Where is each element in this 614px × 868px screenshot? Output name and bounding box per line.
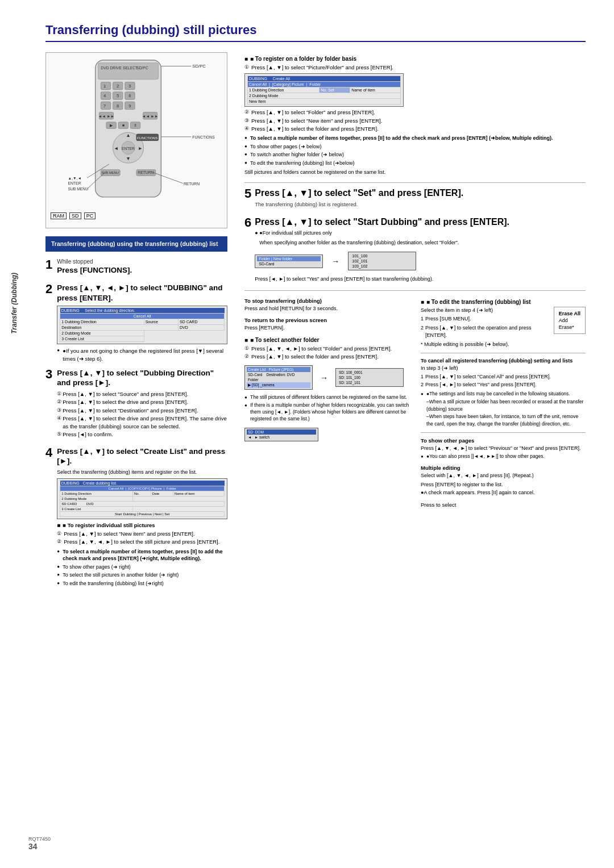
step-3-item-5: Press [◄] to confirm. xyxy=(57,431,227,439)
press-to-select: Press to select xyxy=(421,502,586,508)
step-1: 1 While stopped Press [FUNCTIONS]. xyxy=(45,258,227,278)
svg-rect-0 xyxy=(96,60,161,197)
multiple-editing: Multiple editing Select with [▲, ▼, ◄, ►… xyxy=(421,465,586,497)
step-3-item-3: Press [▲, ▼] to select "Destination" and… xyxy=(57,407,227,415)
fbf-item-2: Press [▲, ▼] to select "Folder" and pres… xyxy=(244,108,586,116)
step-1-content: While stopped Press [FUNCTIONS]. xyxy=(57,258,227,278)
saf-screen-right: SD: 100_0001 SD: 101_100 SD: 102_101 xyxy=(335,368,404,387)
return-desc: Press [RETURN]. xyxy=(244,324,409,332)
show-pages-note: ●You can also press [|◄◄, ►►|] to show o… xyxy=(421,453,586,460)
saf-note-1: The still pictures of different folders … xyxy=(244,394,409,401)
step-3-title: Press [▲, ▼] to select "Dubbing Directio… xyxy=(57,368,227,388)
stop-title: To stop transferring (dubbing) xyxy=(244,298,409,304)
sd-badge: SD xyxy=(69,212,81,219)
svg-text:4: 4 xyxy=(103,93,106,98)
blue-box-heading: Transferring (dubbing) using the transfe… xyxy=(45,236,227,252)
fbf-note-3: To switch another higher folder (➜ below… xyxy=(244,151,586,158)
multi-edit-item-2: ●A check mark appears. Press [II] again … xyxy=(421,489,586,497)
svg-text:◄◄  ►►: ◄◄ ►► xyxy=(142,114,159,118)
saf-screen2-inner: SD DOM ◄ ► switch xyxy=(244,428,318,441)
stop-transferring: To stop transferring (dubbing) Press and… xyxy=(244,298,409,313)
page-number: 34 xyxy=(28,842,51,851)
show-pages-desc: Press [▲, ▼, ◄, ►] to select "Previous" … xyxy=(421,445,586,453)
step-3: 3 Press [▲, ▼] to select "Dubbing Direct… xyxy=(45,368,227,441)
svg-text:◄◄  ►►: ◄◄ ►► xyxy=(98,114,115,118)
step-1-label: While stopped xyxy=(57,258,227,265)
show-other-pages: To show other pages Press [▲, ▼, ◄, ►] t… xyxy=(421,437,586,460)
step-1-title: Press [FUNCTIONS]. xyxy=(57,265,227,276)
step-2-note: ●If you are not going to change the regi… xyxy=(57,347,227,362)
svg-text:SUB MENU: SUB MENU xyxy=(68,187,88,191)
divider-2 xyxy=(244,290,586,291)
remote-svg: DVD DRIVE SELECT SD/PC 1 2 3 4 5 6 xyxy=(51,57,222,211)
step-6: 6 Press [▲, ▼] to select "Start Dubbing"… xyxy=(244,216,586,283)
step-4-content: Press [▲, ▼] to select "Create List" and… xyxy=(57,446,227,587)
svg-text:FUNCTIONS: FUNCTIONS xyxy=(137,136,157,140)
return-title: To return to the previous screen xyxy=(244,317,409,323)
reg-note-2: To show other pages (➜ right) xyxy=(57,564,227,571)
step-6-screen-area: Folder | New folder SD-Card → 101_100 10… xyxy=(255,249,586,273)
svg-text:1: 1 xyxy=(103,84,106,89)
right-column: ■ To register on a folder by folder basi… xyxy=(244,52,586,593)
svg-text:7: 7 xyxy=(103,103,106,108)
saf-screen-left: Create List Picture (JPEG) SD-Card Desti… xyxy=(244,365,313,390)
fbf-item-3: Press [▲, ▼] to select "New item" and pr… xyxy=(244,117,586,125)
step-6-screen-right: 101_100 102_101 103_102 xyxy=(348,252,416,270)
svg-text:►: ► xyxy=(138,145,143,151)
svg-text:SUB MENU: SUB MENU xyxy=(101,171,118,174)
step-1-number: 1 xyxy=(45,258,52,271)
fbf-item-4: Press [▲, ▼] to select the folder and pr… xyxy=(244,125,586,133)
step-2-content: Press [▲, ▼, ◄, ►] to select "DUBBING" a… xyxy=(57,283,227,362)
step-4-number: 4 xyxy=(45,446,52,459)
cancel-item-1: Press [▲, ▼] to select "Cancel All" and … xyxy=(421,373,586,381)
lower-left: To stop transferring (dubbing) Press and… xyxy=(244,295,409,508)
cancel-all-intro: In step 3 (➜ left) xyxy=(421,365,586,373)
saf-item-2: Press [▲, ▼] to select the folder and pr… xyxy=(244,353,409,361)
step-3-number: 3 xyxy=(45,368,52,381)
svg-text:ENTER: ENTER xyxy=(68,181,81,185)
cancel-item-2: Press [◄, ►] to select "Yes" and press [… xyxy=(421,381,586,389)
svg-text:▼: ▼ xyxy=(126,156,131,161)
svg-text:3: 3 xyxy=(128,84,131,89)
step-2-number: 2 xyxy=(45,283,52,295)
step-6-title: Press [▲, ▼] to select "Start Dubbing" a… xyxy=(255,216,586,228)
pc-badge: PC xyxy=(84,212,96,219)
saf-note-2: If there is a multiple number of higher … xyxy=(244,402,409,423)
svg-text:9: 9 xyxy=(128,103,131,108)
fbf-note-2: To show other pages (➜ below) xyxy=(244,143,586,151)
ram-badge: RAM xyxy=(51,212,67,219)
reg-item-1: Press [▲, ▼] to select "New item" and pr… xyxy=(57,530,227,538)
svg-text:2: 2 xyxy=(117,84,119,89)
fbf-note-1: To select a multiple number of items tog… xyxy=(244,135,586,142)
step-2-screen: DUBBING Select the dubbing direction. Ca… xyxy=(57,306,227,344)
step-6-note: ●For individual still pictures only xyxy=(255,229,586,237)
reg-note-3: To select the still pictures in another … xyxy=(57,571,227,579)
multi-edit-item-1: Press [ENTER] to register to the list. xyxy=(421,481,586,489)
saf-screens: Create List Picture (JPEG) SD-Card Desti… xyxy=(244,363,409,392)
stop-desc: Press and hold [RETURN] for 3 seconds. xyxy=(244,305,409,313)
edit-list-title: ■ To edit the transferring (dubbing) lis… xyxy=(421,299,586,305)
model-code: RQT7450 xyxy=(28,836,51,842)
reg-item-2: Press [▲, ▼, ◄, ►] to select the still p… xyxy=(57,538,227,546)
saf-item-1: Press [▲, ▼, ◄, ►] to select "Folder" an… xyxy=(244,345,409,353)
edit-item-2: Press [▲, ▼] to select the operation and… xyxy=(421,324,586,340)
main-layout: DVD DRIVE SELECT SD/PC 1 2 3 4 5 6 xyxy=(45,52,586,593)
cancel-subnote-1: –When a still picture or folder has been… xyxy=(421,398,586,413)
step-4-title: Press [▲, ▼] to select "Create List" and… xyxy=(57,446,227,466)
svg-text:6: 6 xyxy=(128,93,131,98)
edit-note: * Multiple editing is possible (➜ below)… xyxy=(421,341,586,349)
remote-diagram-container: DVD DRIVE SELECT SD/PC 1 2 3 4 5 6 xyxy=(45,52,227,228)
step-5: 5 Press [▲, ▼] to select "Set" and press… xyxy=(244,187,586,210)
step-5-number: 5 xyxy=(244,187,251,200)
svg-text:◄: ◄ xyxy=(114,145,119,151)
page-title: Transferring (dubbing) still pictures xyxy=(45,23,586,42)
multi-edit-title: Multiple editing xyxy=(421,465,586,471)
edit-list-section: ■ To edit the transferring (dubbing) lis… xyxy=(421,299,586,349)
step-5-title: Press [▲, ▼] to select "Set" and press [… xyxy=(255,187,586,199)
step-5-inner: Press [▲, ▼] to select "Set" and press [… xyxy=(255,187,586,210)
folder-by-folder-section: ■ To register on a folder by folder basi… xyxy=(244,56,586,177)
side-label: Transfer (Dubbing) xyxy=(10,273,18,334)
saf-arrow: → xyxy=(320,373,328,382)
cancel-all-section: To cancel all registered transferring (d… xyxy=(421,358,586,427)
fbf-note-4: To edit the transferring (dubbing) list … xyxy=(244,160,586,167)
